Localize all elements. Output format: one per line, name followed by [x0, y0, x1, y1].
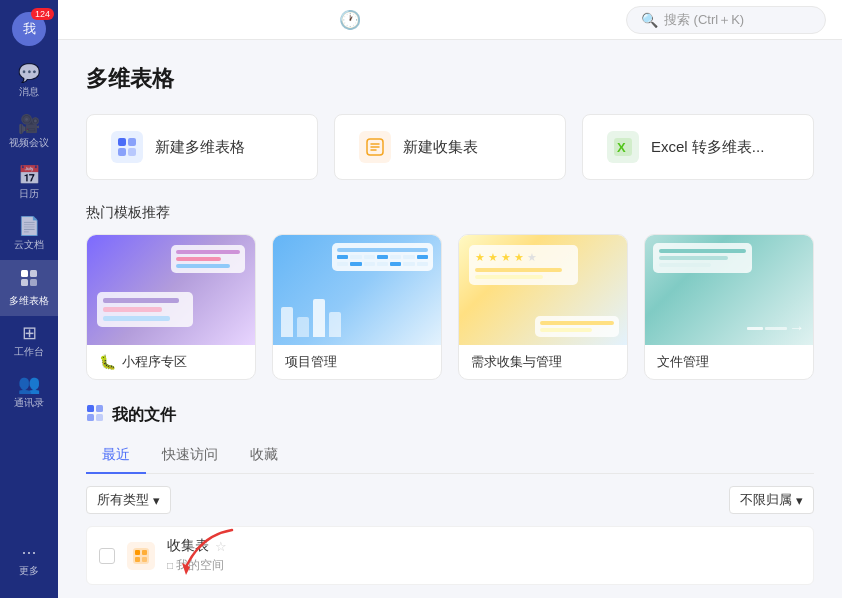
file-star-button[interactable]: ☆ [215, 539, 227, 554]
template-card-miniprogram[interactable]: 🐛 小程序专区 [86, 234, 256, 380]
main-area: 🕐 🔍 搜索 (Ctrl＋K) 多维表格 新建多维表格 [58, 0, 842, 598]
sidebar-item-more[interactable]: ··· 更多 [0, 535, 58, 586]
workbench-icon: ⊞ [22, 324, 37, 342]
myfiles-header: 我的文件 [86, 404, 814, 426]
filter-owner-dropdown[interactable]: 不限归属 ▾ [729, 486, 814, 514]
search-bar[interactable]: 🔍 搜索 (Ctrl＋K) [626, 6, 826, 34]
file-name-label: 收集表 [167, 537, 209, 555]
svg-rect-17 [96, 414, 103, 421]
file-name-text: 收集表 ☆ [167, 537, 801, 555]
svg-rect-5 [128, 138, 136, 146]
myfiles-tabs: 最近 快速访问 收藏 [86, 438, 814, 474]
sidebar-item-calendar[interactable]: 📅 日历 [0, 158, 58, 209]
sidebar-label-workbench: 工作台 [14, 345, 44, 359]
sidebar-item-table[interactable]: 多维表格 [0, 260, 58, 316]
svg-rect-15 [96, 405, 103, 412]
file-checkbox[interactable] [99, 548, 115, 564]
sidebar-label-contacts: 通讯录 [14, 396, 44, 410]
excel-import-label: Excel 转多维表... [651, 138, 764, 157]
sidebar-label-video: 视频会议 [9, 136, 49, 150]
template-name-project: 项目管理 [273, 345, 441, 379]
svg-text:X: X [617, 140, 626, 155]
template-label-files: 文件管理 [657, 353, 709, 371]
sidebar-label-docs: 云文档 [14, 238, 44, 252]
filter-type-chevron: ▾ [153, 493, 160, 508]
sidebar-label-table: 多维表格 [9, 294, 49, 308]
history-icon[interactable]: 🕐 [339, 9, 361, 31]
topbar: 🕐 🔍 搜索 (Ctrl＋K) [58, 0, 842, 40]
new-table-label: 新建多维表格 [155, 138, 245, 157]
content-area: 多维表格 新建多维表格 [58, 40, 842, 598]
template-name-collect: 需求收集与管理 [459, 345, 627, 379]
svg-rect-16 [87, 414, 94, 421]
myfiles-title: 我的文件 [112, 405, 176, 426]
page-title: 多维表格 [86, 64, 814, 94]
template-card-files[interactable]: → 文件管理 [644, 234, 814, 380]
sidebar-label-more: 更多 [19, 564, 39, 578]
svg-rect-14 [87, 405, 94, 412]
sidebar-label-messages: 消息 [19, 85, 39, 99]
file-path-text: 我的空间 [176, 557, 224, 574]
search-placeholder: 搜索 (Ctrl＋K) [664, 11, 744, 29]
sidebar: 我 124 💬 消息 🎥 视频会议 📅 日历 📄 云文档 多维表格 ⊞ 工作台 [0, 0, 58, 598]
svg-rect-20 [142, 550, 147, 555]
file-icon-wrap [127, 542, 155, 570]
svg-rect-1 [30, 270, 37, 277]
template-thumb-1 [87, 235, 255, 345]
filter-owner-chevron: ▾ [796, 493, 803, 508]
filter-owner-label: 不限归属 [740, 491, 792, 509]
new-collect-icon [359, 131, 391, 163]
action-cards-row: 新建多维表格 新建收集表 X [86, 114, 814, 180]
svg-rect-22 [142, 557, 147, 562]
template-name-miniprogram: 🐛 小程序专区 [87, 345, 255, 379]
new-table-icon [111, 131, 143, 163]
myfiles-title-icon [86, 404, 104, 426]
search-icon: 🔍 [641, 12, 658, 28]
avatar-wrap[interactable]: 我 124 [12, 12, 46, 46]
sidebar-item-workbench[interactable]: ⊞ 工作台 [0, 316, 58, 367]
template-name-files: 文件管理 [645, 345, 813, 379]
excel-icon: X [607, 131, 639, 163]
sidebar-item-docs[interactable]: 📄 云文档 [0, 209, 58, 260]
file-path: □ 我的空间 [167, 557, 801, 574]
messages-icon: 💬 [18, 64, 40, 82]
tab-recent[interactable]: 最近 [86, 438, 146, 474]
template-card-project[interactable]: 项目管理 [272, 234, 442, 380]
svg-rect-0 [21, 270, 28, 277]
docs-icon: 📄 [18, 217, 40, 235]
tab-favorites[interactable]: 收藏 [234, 438, 294, 474]
new-table-card[interactable]: 新建多维表格 [86, 114, 318, 180]
file-name-area: 收集表 ☆ □ 我的空间 [167, 537, 801, 574]
template-card-collect[interactable]: ★ ★ ★ ★ ★ 需求收集与管理 [458, 234, 628, 380]
svg-rect-2 [21, 279, 28, 286]
template-icon-miniprogram: 🐛 [99, 354, 116, 370]
svg-rect-6 [118, 148, 126, 156]
excel-import-card[interactable]: X Excel 转多维表... [582, 114, 814, 180]
template-thumb-2 [273, 235, 441, 345]
filter-type-label: 所有类型 [97, 491, 149, 509]
svg-rect-4 [118, 138, 126, 146]
template-label-collect: 需求收集与管理 [471, 353, 562, 371]
sidebar-item-contacts[interactable]: 👥 通讯录 [0, 367, 58, 418]
sidebar-item-video[interactable]: 🎥 视频会议 [0, 107, 58, 158]
sidebar-item-messages[interactable]: 💬 消息 [0, 56, 58, 107]
more-icon: ··· [21, 543, 36, 561]
template-thumb-4: → [645, 235, 813, 345]
notification-badge: 124 [31, 8, 54, 20]
template-label-project: 项目管理 [285, 353, 337, 371]
svg-rect-7 [128, 148, 136, 156]
tab-quick-access[interactable]: 快速访问 [146, 438, 234, 474]
svg-rect-21 [135, 557, 140, 562]
filter-type-dropdown[interactable]: 所有类型 ▾ [86, 486, 171, 514]
file-path-icon: □ [167, 560, 173, 571]
template-label-miniprogram: 小程序专区 [122, 353, 187, 371]
new-collect-label: 新建收集表 [403, 138, 478, 157]
templates-grid: 🐛 小程序专区 [86, 234, 814, 380]
video-icon: 🎥 [18, 115, 40, 133]
templates-section-label: 热门模板推荐 [86, 204, 814, 222]
new-collect-card[interactable]: 新建收集表 [334, 114, 566, 180]
svg-rect-3 [30, 279, 37, 286]
sidebar-label-calendar: 日历 [19, 187, 39, 201]
topbar-center: 🕐 [74, 9, 626, 31]
file-row[interactable]: 收集表 ☆ □ 我的空间 [86, 526, 814, 585]
